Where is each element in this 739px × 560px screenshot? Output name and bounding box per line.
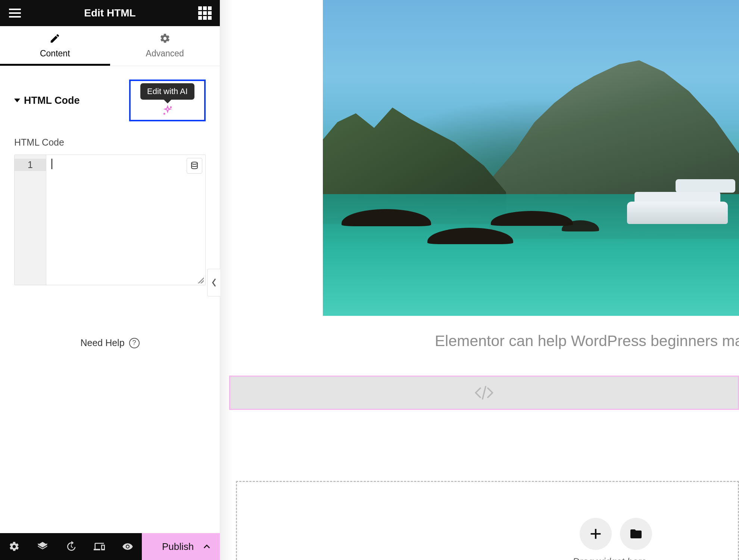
navigator-button[interactable] bbox=[28, 533, 57, 560]
chevron-down-icon bbox=[14, 99, 20, 102]
eye-icon bbox=[122, 541, 133, 552]
panel-header: Edit HTML bbox=[0, 0, 220, 26]
tab-content[interactable]: Content bbox=[0, 26, 110, 66]
need-help-link[interactable]: Need Help ? bbox=[14, 337, 206, 348]
sparkle-icon[interactable] bbox=[162, 105, 173, 116]
html-widget-placeholder[interactable] bbox=[229, 376, 739, 410]
preview-canvas[interactable]: Elementor can help WordPress beginners m… bbox=[220, 0, 739, 560]
folder-icon bbox=[629, 527, 643, 541]
chevron-left-icon bbox=[211, 278, 217, 287]
gear-icon bbox=[159, 33, 171, 44]
history-button[interactable] bbox=[57, 533, 85, 560]
add-template-button[interactable] bbox=[620, 518, 652, 550]
plus-icon bbox=[588, 526, 603, 541]
devices-icon bbox=[94, 541, 105, 552]
footer-tools bbox=[0, 533, 142, 560]
html-code-editor[interactable]: 1 bbox=[14, 155, 206, 285]
section-title: HTML Code bbox=[24, 95, 80, 106]
menu-icon[interactable] bbox=[8, 6, 22, 20]
section-html-code: HTML Code Edit with AI HTML Code 1 bbox=[0, 66, 220, 348]
editor-gutter: 1 bbox=[15, 155, 46, 285]
field-label-html-code: HTML Code bbox=[14, 137, 206, 148]
drop-zone-caption: Drag widget here bbox=[573, 556, 646, 560]
editor-textarea[interactable] bbox=[46, 155, 205, 285]
publish-button[interactable]: Publish bbox=[142, 533, 220, 560]
dynamic-tags-button[interactable] bbox=[187, 158, 202, 174]
database-icon bbox=[190, 161, 199, 170]
panel-footer: Publish bbox=[0, 533, 220, 560]
panel-tabs: Content Advanced bbox=[0, 26, 220, 66]
widgets-grid-icon[interactable] bbox=[198, 6, 212, 20]
settings-button[interactable] bbox=[0, 533, 28, 560]
ai-tooltip: Edit with AI bbox=[140, 83, 194, 100]
preview-caption: Elementor can help WordPress beginners m… bbox=[435, 332, 739, 350]
history-icon bbox=[65, 541, 77, 552]
panel-title: Edit HTML bbox=[84, 7, 135, 19]
svg-point-2 bbox=[191, 162, 197, 164]
svg-point-1 bbox=[164, 113, 165, 115]
svg-point-0 bbox=[170, 107, 171, 108]
need-help-label: Need Help bbox=[80, 337, 124, 348]
help-icon: ? bbox=[129, 338, 140, 348]
code-icon bbox=[474, 383, 494, 403]
preview-button[interactable] bbox=[113, 533, 142, 560]
editor-panel: Edit HTML Content Advanced HTML Code bbox=[0, 0, 220, 560]
hero-image bbox=[323, 0, 739, 316]
add-widget-button[interactable] bbox=[580, 518, 612, 550]
responsive-button[interactable] bbox=[85, 533, 113, 560]
drop-zone[interactable]: Drag widget here bbox=[236, 481, 739, 560]
publish-label: Publish bbox=[162, 541, 194, 553]
layers-icon bbox=[37, 541, 48, 552]
tab-content-label: Content bbox=[0, 49, 110, 59]
edit-with-ai-callout: Edit with AI bbox=[129, 80, 206, 121]
tab-advanced[interactable]: Advanced bbox=[110, 26, 220, 66]
panel-collapse-button[interactable] bbox=[207, 269, 221, 296]
resize-handle[interactable] bbox=[197, 277, 204, 283]
section-header[interactable]: HTML Code Edit with AI bbox=[14, 80, 206, 121]
pencil-icon bbox=[49, 33, 60, 44]
tab-advanced-label: Advanced bbox=[110, 49, 220, 59]
gear-icon bbox=[9, 541, 20, 552]
chevron-up-icon bbox=[203, 542, 211, 551]
line-number: 1 bbox=[15, 159, 46, 171]
